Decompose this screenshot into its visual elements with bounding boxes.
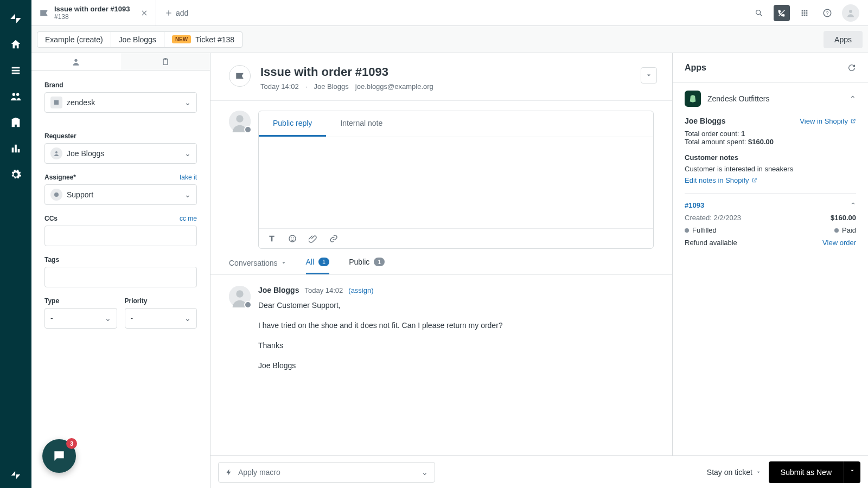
tab-public-reply[interactable]: Public reply bbox=[259, 111, 326, 137]
order-total: $160.00 bbox=[831, 214, 856, 222]
order-created-value: 2/2/2023 bbox=[713, 214, 741, 222]
tags-input[interactable] bbox=[44, 267, 197, 287]
external-link-icon bbox=[850, 118, 856, 124]
app-body: Joe Bloggs View in Shopify Total order c… bbox=[673, 114, 868, 262]
priority-select[interactable]: - ⌄ bbox=[125, 308, 197, 329]
agent-avatar bbox=[229, 111, 251, 132]
channel-icon bbox=[229, 65, 251, 87]
person-icon bbox=[846, 8, 856, 18]
assignee-select[interactable]: Support ⌄ bbox=[44, 184, 197, 205]
priority-value: - bbox=[131, 314, 133, 323]
assign-link[interactable]: (assign) bbox=[348, 286, 373, 294]
lightning-icon bbox=[225, 468, 233, 476]
apply-macro-select[interactable]: Apply macro ⌄ bbox=[218, 462, 435, 483]
talk-button[interactable] bbox=[774, 5, 790, 21]
type-label: Type bbox=[44, 297, 117, 305]
add-tab-label: add bbox=[176, 9, 188, 17]
nav-reporting[interactable] bbox=[0, 136, 31, 162]
type-select[interactable]: - ⌄ bbox=[44, 308, 117, 329]
view-in-shopify-link[interactable]: View in Shopify bbox=[800, 117, 856, 125]
brand-value: zendesk bbox=[67, 98, 95, 107]
payment-label: Paid bbox=[842, 226, 856, 234]
breadcrumb-row: Example (create) Joe Bloggs New Ticket #… bbox=[31, 26, 868, 53]
side-tab-ticket[interactable] bbox=[121, 53, 210, 70]
tab-internal-note[interactable]: Internal note bbox=[326, 111, 397, 137]
top-tab-bar: Issue with order #1093 #138 add ? bbox=[31, 0, 868, 26]
reply-editor[interactable] bbox=[259, 137, 653, 229]
apps-reload-button[interactable] bbox=[847, 63, 856, 72]
tab-close-button[interactable] bbox=[134, 9, 148, 17]
chevron-down-icon bbox=[646, 72, 652, 79]
apps-toggle-button[interactable]: Apps bbox=[824, 31, 863, 48]
customer-notes-body: Customer is interested in sneakers bbox=[685, 165, 856, 173]
message-line: Dear Customer Support, bbox=[258, 300, 654, 311]
chevron-down-icon: ⌄ bbox=[184, 314, 191, 323]
nav-zendesk-products[interactable] bbox=[0, 462, 31, 488]
chevron-down-icon bbox=[756, 470, 761, 475]
external-link-icon bbox=[751, 177, 757, 183]
ticket-meta-email: joe.bloggs@example.org bbox=[355, 82, 433, 91]
profile-avatar[interactable] bbox=[842, 4, 859, 22]
nav-customers[interactable] bbox=[0, 84, 31, 110]
view-order-link[interactable]: View order bbox=[822, 239, 856, 247]
breadcrumb-current[interactable]: New Ticket #138 bbox=[164, 31, 242, 48]
workspace-tab[interactable]: Issue with order #1093 #138 bbox=[31, 0, 156, 25]
chevron-down-icon: ⌄ bbox=[184, 190, 191, 199]
edit-notes-link[interactable]: Edit notes in Shopify bbox=[685, 176, 856, 184]
filter-tab-all[interactable]: All 1 bbox=[306, 258, 330, 274]
order-id-link[interactable]: #1093 bbox=[685, 201, 704, 209]
attach-button[interactable] bbox=[309, 234, 317, 243]
chevron-down-icon bbox=[850, 468, 855, 473]
nav-admin[interactable] bbox=[0, 162, 31, 188]
chat-fab[interactable]: 3 bbox=[42, 439, 76, 473]
products-button[interactable] bbox=[796, 5, 813, 21]
link-button[interactable] bbox=[329, 234, 338, 243]
requester-select[interactable]: Joe Bloggs ⌄ bbox=[44, 143, 197, 164]
payment-status: Paid bbox=[834, 226, 856, 234]
breadcrumb-example[interactable]: Example (create) bbox=[37, 31, 111, 48]
search-button[interactable] bbox=[751, 5, 767, 21]
chevron-up-icon[interactable]: ⌃ bbox=[850, 201, 856, 209]
customer-name: Joe Bloggs bbox=[685, 117, 725, 125]
take-it-link[interactable]: take it bbox=[180, 174, 197, 181]
emoji-button[interactable] bbox=[288, 234, 297, 243]
nav-logo[interactable] bbox=[0, 5, 31, 31]
cc-me-link[interactable]: cc me bbox=[180, 215, 197, 222]
nav-organizations[interactable] bbox=[0, 110, 31, 136]
conversation-panel: Issue with order #1093 Today 14:02 · Joe… bbox=[210, 53, 673, 488]
message-body: Dear Customer Support, I have tried on t… bbox=[258, 300, 654, 371]
zendesk-logo-icon bbox=[9, 11, 23, 25]
ticket-options-button[interactable] bbox=[641, 67, 657, 84]
side-tab-user[interactable] bbox=[31, 53, 121, 70]
chevron-down-icon: ⌄ bbox=[184, 98, 191, 107]
nav-home[interactable] bbox=[0, 31, 31, 57]
help-button[interactable]: ? bbox=[819, 5, 835, 21]
apply-macro-label: Apply macro bbox=[238, 468, 280, 477]
ccs-input[interactable] bbox=[44, 226, 197, 246]
breadcrumb-user[interactable]: Joe Bloggs bbox=[111, 31, 164, 48]
phone-off-icon bbox=[777, 9, 786, 17]
message: Joe Bloggs Today 14:02 (assign) Dear Cus… bbox=[210, 275, 672, 391]
brand-label: Brand bbox=[44, 81, 197, 89]
add-tab-button[interactable]: add bbox=[156, 0, 197, 25]
ticket-title: Issue with order #1093 bbox=[260, 65, 433, 79]
help-icon: ? bbox=[822, 8, 832, 18]
submit-dropdown-button[interactable] bbox=[844, 461, 860, 483]
amount-spent-value: $160.00 bbox=[748, 138, 774, 146]
filter-tab-public[interactable]: Public 1 bbox=[349, 258, 385, 274]
brand-select[interactable]: zendesk ⌄ bbox=[44, 92, 197, 113]
app-header[interactable]: Zendesk Outfitters ⌃ bbox=[673, 83, 868, 114]
tab-title: Issue with order #1093 bbox=[54, 5, 130, 14]
submit-button[interactable]: Submit as New bbox=[769, 461, 844, 483]
tab-text-group: Issue with order #1093 #138 bbox=[54, 5, 130, 21]
conversations-dropdown[interactable]: Conversations bbox=[229, 259, 286, 274]
compose-area: Public reply Internal note bbox=[210, 101, 672, 253]
format-text-button[interactable] bbox=[267, 234, 276, 243]
customer-notes-heading: Customer notes bbox=[685, 153, 856, 162]
nav-views[interactable] bbox=[0, 57, 31, 84]
chevron-down-icon bbox=[281, 260, 286, 266]
stay-on-ticket-toggle[interactable]: Stay on ticket bbox=[707, 468, 761, 477]
svg-point-13 bbox=[291, 237, 292, 239]
svg-rect-6 bbox=[164, 58, 167, 60]
ticket-header: Issue with order #1093 Today 14:02 · Joe… bbox=[210, 53, 672, 101]
